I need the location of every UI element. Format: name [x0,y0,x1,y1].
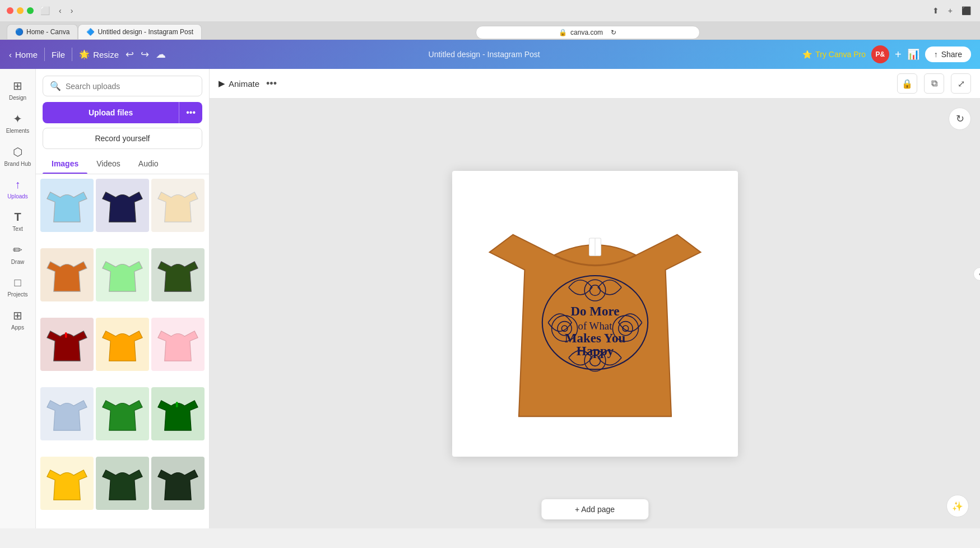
list-item[interactable] [96,387,149,440]
svg-text:Happy: Happy [576,343,614,358]
sidebar-item-elements-label: Elements [6,128,30,134]
canvas-toolbar: ▶ Animate ••• 🔒 ⧉ ⤢ [210,69,980,99]
animate-button[interactable]: ▶ Animate [219,78,259,89]
uploads-header: 🔍 Upload files ••• Record yourself [36,69,209,154]
refresh-button[interactable]: ↻ [949,108,971,130]
tab-design-favicon: 🔷 [86,28,94,36]
search-box[interactable]: 🔍 [43,76,202,96]
address-bar[interactable]: 🔒 canva.com ↻ [476,26,700,39]
file-label: File [52,50,65,59]
tab-home-label: Home - Canva [26,28,69,36]
close-button[interactable] [7,7,13,14]
list-item[interactable] [40,248,94,301]
list-item[interactable] [151,457,205,510]
expand-button[interactable]: ⤢ [951,73,971,94]
list-item[interactable] [151,248,205,301]
tab-videos[interactable]: Videos [87,154,129,174]
undo-button[interactable]: ↩ [126,48,134,61]
more-icon: ••• [186,108,196,117]
minimize-button[interactable] [17,7,24,14]
home-button[interactable]: ‹ Home [9,50,38,59]
svg-text:of What: of What [578,320,612,332]
list-item[interactable] [96,318,149,371]
search-input[interactable] [66,82,195,91]
back-button[interactable]: ‹ [57,5,64,16]
toolbar-left: ‹ Home File 🌟 Resize ↩ ↪ ☁ [9,48,166,61]
sidebar-item-text[interactable]: T Text [0,205,35,238]
sidebar-button[interactable]: ⬛ [959,5,973,16]
file-button[interactable]: File [52,50,65,59]
star-icon: ⭐ [802,50,812,59]
upload-files-label: Upload files [89,108,133,117]
tab-home[interactable]: 🔵 Home - Canva [7,24,78,39]
tab-bar: 🔵 Home - Canva 🔷 Untitled design - Insta… [0,21,980,39]
share-button[interactable]: ↑ Share [925,47,971,62]
list-item[interactable] [96,457,149,510]
lock-button[interactable]: 🔒 [897,73,917,94]
list-item[interactable] [96,248,149,301]
sidebar-item-elements[interactable]: ✦ Elements [0,106,35,140]
sidebar-item-apps[interactable]: ⊞ Apps [0,303,35,336]
add-collaborator-button[interactable]: + [895,48,902,61]
sidebar-item-draw[interactable]: ✏ Draw [0,238,35,271]
design-canvas[interactable]: Do More of What Makes You Happy [452,171,738,457]
text-icon: T [14,211,21,224]
toolbar-center: Untitled design - Instagram Post [173,50,796,59]
search-icon: 🔍 [50,81,61,91]
list-item[interactable] [40,318,94,371]
tab-images-label: Images [52,159,78,168]
record-yourself-button[interactable]: Record yourself [43,128,202,149]
magic-button[interactable]: ✨ [946,495,969,517]
animate-label: Animate [229,79,259,89]
emoji-icon: 🌟 [79,49,90,59]
list-item[interactable] [151,179,205,232]
sidebar-item-apps-label: Apps [11,324,24,331]
list-item[interactable] [96,179,149,232]
sidebar-item-uploads[interactable]: ↑ Uploads [0,173,35,205]
tab-audio[interactable]: Audio [129,154,168,174]
forward-button[interactable]: › [68,5,76,16]
list-item[interactable] [151,318,205,371]
chevron-left-icon: ‹ [9,50,12,59]
toolbar-divider [44,48,45,61]
add-page-bar[interactable]: + Add page [541,499,648,519]
list-item[interactable] [40,387,94,440]
projects-icon: □ [14,276,21,289]
cloud-save-button[interactable]: ☁ [156,48,166,61]
list-item[interactable] [40,179,94,232]
add-page-label: + Add page [575,505,615,514]
redo-button[interactable]: ↪ [141,48,149,61]
sidebar-item-design-label: Design [9,95,26,101]
try-canva-pro-button[interactable]: ⭐ Try Canva Pro [802,50,866,59]
sidebar-item-brand-hub[interactable]: ⬡ Brand Hub [0,140,35,173]
new-tab-button[interactable]: + [946,5,955,16]
animate-icon: ▶ [219,78,225,89]
list-item[interactable] [40,457,94,510]
main-toolbar: ‹ Home File 🌟 Resize ↩ ↪ ☁ Untitled desi… [0,40,980,69]
record-yourself-label: Record yourself [95,134,150,143]
analytics-button[interactable]: 📊 [907,48,919,61]
more-options-button[interactable]: ••• [266,78,277,90]
tab-design[interactable]: 🔷 Untitled design - Instagram Post [78,24,202,39]
resize-button[interactable]: 🌟 Resize [79,49,119,59]
tab-images[interactable]: Images [43,154,87,174]
share-page-button[interactable]: ⬆ [930,5,941,16]
upload-files-button[interactable]: Upload files [43,102,179,123]
share-label: Share [941,50,962,59]
canvas-wrapper: ↻ [210,99,980,528]
maximize-button[interactable] [27,7,34,14]
upload-tabs: Images Videos Audio [36,154,209,174]
upload-btn-row: Upload files ••• [43,102,202,123]
share-icon: ↑ [934,50,938,59]
svg-rect-1 [176,402,178,407]
sidebar-toggle-button[interactable]: ⬜ [38,5,52,16]
tab-videos-label: Videos [96,159,120,168]
upload-more-options-button[interactable]: ••• [179,102,202,123]
sidebar-item-projects[interactable]: □ Projects [0,271,35,303]
sidebar-item-design[interactable]: ⊞ Design [0,73,35,106]
toolbar-right: ⭐ Try Canva Pro P& + 📊 ↑ Share [802,45,971,63]
duplicate-button[interactable]: ⧉ [924,73,944,94]
list-item[interactable] [151,387,205,440]
toolbar-divider-2 [72,48,72,61]
user-avatar[interactable]: P& [871,45,889,63]
